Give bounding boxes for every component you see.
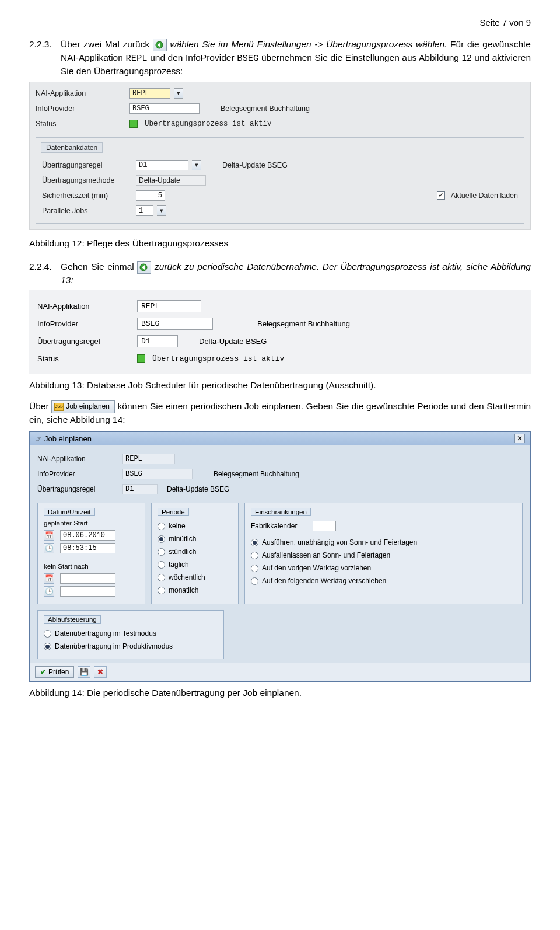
input-nostart-date[interactable] — [60, 573, 116, 584]
radio-icon[interactable] — [158, 548, 165, 556]
radio-icon[interactable] — [158, 523, 165, 530]
radio-icon[interactable] — [251, 565, 258, 572]
calendar-icon[interactable]: 📅 — [44, 530, 54, 541]
einschr-option[interactable]: Ausfallenlassen an Sonn- und Feiertagen — [251, 549, 516, 562]
group-title: Einschränkungen — [251, 508, 311, 516]
value-help-icon[interactable]: ▾ — [192, 160, 201, 170]
text: Gehen Sie einmal — [61, 262, 137, 271]
ablauf-option[interactable]: Datenübertragung im Testmodus — [44, 627, 218, 640]
label-ip: InfoProvider — [37, 470, 119, 478]
back-icon — [137, 261, 151, 274]
desc-regel: Delta-Update BSEG — [222, 161, 288, 169]
desc-ip: Belegsegment Buchhaltung — [220, 105, 310, 113]
periode-option[interactable]: keine — [158, 520, 232, 532]
label-meth: Übertragungsmethode — [42, 176, 132, 184]
group-title: Periode — [158, 508, 189, 516]
button-label: Job einplanen — [66, 402, 110, 412]
group-datum-uhrzeit: Datum/Uhrzeit geplanter Start 📅 08.06.20… — [37, 503, 145, 604]
label-ip: InfoProvider — [37, 319, 134, 328]
job-icon: Job — [54, 403, 64, 411]
radio-icon[interactable] — [251, 539, 258, 546]
status-indicator-icon — [137, 354, 145, 363]
group-einschraenkungen: Einschränkungen Fabrikkalender Ausführen… — [244, 503, 523, 604]
radio-label: Auf den vorigen Werktag vorziehen — [262, 564, 371, 572]
checkbox-aktuelle-daten[interactable] — [437, 191, 445, 200]
einschr-option[interactable]: Auf den vorigen Werktag vorziehen — [251, 562, 516, 574]
label-nai: NAI-Applikation — [36, 89, 126, 97]
job-einplanen-button[interactable]: Job Job einplanen — [51, 400, 115, 413]
input-ip[interactable]: BSEG — [130, 103, 200, 114]
radio-icon[interactable] — [158, 574, 165, 581]
radio-label: minütlich — [169, 535, 196, 543]
radio-label: Datenübertragung im Produktivmodus — [55, 642, 173, 650]
input-regel[interactable]: D1 — [136, 160, 188, 170]
input-sich[interactable]: 5 — [136, 190, 165, 201]
group-title: Datum/Uhrzeit — [44, 508, 95, 516]
paragraph-job: Über Job Job einplanen können Sie einen … — [29, 400, 531, 426]
radio-icon[interactable] — [44, 643, 51, 650]
text: und den InfoProvider — [150, 53, 237, 62]
clock-icon[interactable]: 🕒 — [44, 586, 54, 597]
radio-icon[interactable] — [158, 587, 165, 594]
input-meth: Delta-Update — [136, 175, 206, 186]
input-ip[interactable]: BSEG — [137, 318, 213, 330]
periode-option[interactable]: minütlich — [158, 532, 232, 545]
einschr-option[interactable]: Auf den folgenden Werktag verschieben — [251, 574, 516, 587]
label-aktuelle-daten: Aktuelle Daten laden — [451, 191, 518, 200]
radio-label: keine — [169, 522, 186, 530]
radio-icon[interactable] — [251, 577, 258, 585]
value-help-icon[interactable]: ▾ — [157, 205, 166, 216]
input-date[interactable]: 08.06.2010 — [60, 530, 116, 541]
radio-icon[interactable] — [158, 535, 165, 543]
input-time[interactable]: 08:53:15 — [60, 543, 116, 553]
cancel-button[interactable]: ✖ — [94, 666, 107, 678]
input-nai[interactable]: REPL — [137, 300, 201, 312]
input-nai: REPL — [123, 454, 175, 464]
input-parallel[interactable]: 1 — [136, 205, 153, 216]
periode-option[interactable]: monatlich — [158, 584, 232, 597]
label-nai: NAI-Applikation — [37, 302, 134, 311]
periode-option[interactable]: stündlich — [158, 545, 232, 558]
status-text: Übertragungsprozess ist aktiv — [145, 120, 272, 128]
clock-icon[interactable]: 🕒 — [44, 543, 54, 553]
label-regel: Übertragungsregel — [37, 337, 134, 346]
caption-13: Abbildung 13: Database Job Scheduler für… — [29, 380, 531, 391]
ablauf-option[interactable]: Datenübertragung im Produktivmodus — [44, 640, 218, 653]
label-parallel: Parallele Jobs — [42, 207, 132, 215]
paragraph-223: Über zwei Mal zurück wählen Sie im Menü … — [61, 38, 531, 78]
code-infoprovider: BSEG — [237, 53, 258, 64]
input-fabrikkalender[interactable] — [313, 521, 336, 531]
calendar-icon[interactable]: 📅 — [44, 573, 54, 584]
value-help-icon[interactable]: ▾ — [174, 88, 183, 99]
input-nostart-time[interactable] — [60, 586, 116, 597]
text: Über — [29, 401, 51, 411]
group-title: Ablaufsteuerung — [44, 615, 101, 624]
caption-12: Abbildung 12: Pflege des Übertragungspro… — [29, 238, 531, 249]
input-regel[interactable]: D1 — [137, 335, 178, 347]
label-regel: Übertragungsregel — [37, 485, 119, 493]
close-icon[interactable]: ✕ — [514, 434, 525, 443]
einschr-option[interactable]: Ausführen, unabhängig von Sonn- und Feie… — [251, 536, 516, 549]
status-text: Übertragungsprozess ist aktiv — [152, 354, 284, 363]
desc-ip: Belegsegment Buchhaltung — [214, 470, 299, 478]
radio-label: Ausfallenlassen an Sonn- und Feiertagen — [262, 551, 390, 559]
cancel-icon: ✖ — [97, 668, 103, 676]
label-kein-start: kein Start nach — [44, 563, 139, 570]
radio-label: Auf den folgenden Werktag verschieben — [262, 577, 386, 585]
input-nai[interactable]: REPL — [130, 88, 170, 99]
group-datenbankdaten: Datenbankdaten Übertragungsregel D1 ▾ De… — [36, 137, 524, 224]
radio-label: wöchentlich — [169, 573, 205, 581]
radio-icon[interactable] — [251, 552, 258, 559]
radio-label: Ausführen, unabhängig von Sonn- und Feie… — [262, 538, 417, 546]
check-button[interactable]: ✔ Prüfen — [35, 666, 74, 678]
periode-option[interactable]: wöchentlich — [158, 571, 232, 584]
radio-icon[interactable] — [44, 630, 51, 638]
radio-icon[interactable] — [158, 561, 165, 569]
save-button[interactable]: 💾 — [78, 666, 90, 678]
label-nai: NAI-Applikation — [37, 455, 119, 463]
label-status: Status — [36, 120, 126, 128]
caption-14: Abbildung 14: Die periodische Datenübert… — [29, 688, 531, 698]
status-indicator-icon — [130, 120, 138, 128]
periode-option[interactable]: täglich — [158, 558, 232, 571]
code-nai: REPL — [125, 53, 147, 64]
